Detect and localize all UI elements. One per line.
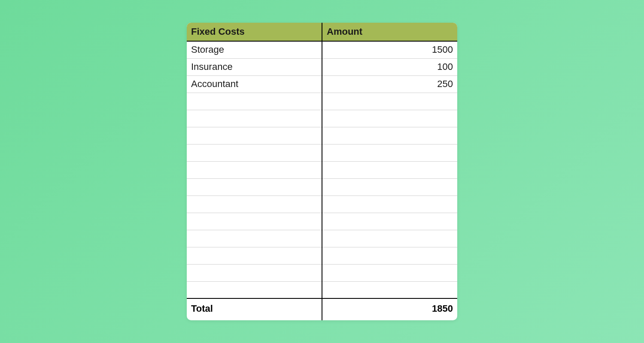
cell-amount <box>322 161 457 178</box>
cell-amount: 250 <box>322 75 457 93</box>
cell-amount <box>322 178 457 196</box>
cell-amount <box>322 196 457 213</box>
fixed-costs-table: Fixed Costs Amount Storage 1500 Insuranc… <box>187 23 457 320</box>
table-row <box>187 93 457 110</box>
cell-label: Accountant <box>187 75 322 93</box>
cell-label <box>187 247 322 264</box>
table-row <box>187 161 457 178</box>
cell-label <box>187 161 322 178</box>
cell-amount: 1500 <box>322 41 457 58</box>
cell-label <box>187 230 322 247</box>
cell-amount <box>322 93 457 110</box>
footer-total-label: Total <box>187 298 322 320</box>
table-footer-row: Total 1850 <box>187 298 457 320</box>
cell-amount: 100 <box>322 58 457 75</box>
cell-label <box>187 196 322 213</box>
table-row <box>187 144 457 161</box>
cell-amount <box>322 144 457 161</box>
cell-label <box>187 144 322 161</box>
cell-label <box>187 213 322 230</box>
cell-label <box>187 281 322 298</box>
cell-label <box>187 110 322 127</box>
table-row: Insurance 100 <box>187 58 457 75</box>
table-row <box>187 178 457 196</box>
table-row <box>187 264 457 281</box>
cell-amount <box>322 264 457 281</box>
table-row <box>187 247 457 264</box>
table-row <box>187 230 457 247</box>
cell-label <box>187 264 322 281</box>
table-row: Storage 1500 <box>187 41 457 58</box>
table-row <box>187 127 457 144</box>
cell-label <box>187 93 322 110</box>
footer-total-amount: 1850 <box>322 298 457 320</box>
table-body: Storage 1500 Insurance 100 Accountant 25… <box>187 41 457 298</box>
cell-amount <box>322 281 457 298</box>
cell-label <box>187 127 322 144</box>
cell-amount <box>322 230 457 247</box>
cell-amount <box>322 213 457 230</box>
table-row <box>187 110 457 127</box>
table-row: Accountant 250 <box>187 75 457 93</box>
table-row <box>187 281 457 298</box>
table-row <box>187 213 457 230</box>
header-amount: Amount <box>322 23 457 41</box>
cell-amount <box>322 247 457 264</box>
cell-amount <box>322 127 457 144</box>
cell-amount <box>322 110 457 127</box>
header-fixed-costs: Fixed Costs <box>187 23 322 41</box>
cell-label: Storage <box>187 41 322 58</box>
table-header-row: Fixed Costs Amount <box>187 23 457 41</box>
cell-label <box>187 178 322 196</box>
cell-label: Insurance <box>187 58 322 75</box>
table-row <box>187 196 457 213</box>
fixed-costs-table-container: Fixed Costs Amount Storage 1500 Insuranc… <box>187 23 457 320</box>
